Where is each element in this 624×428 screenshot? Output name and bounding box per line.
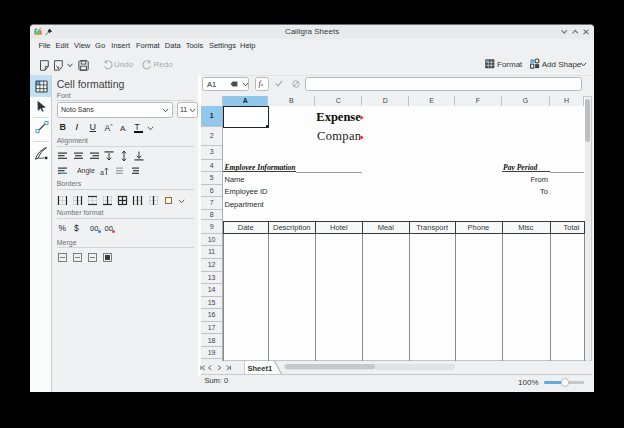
svg-text:a: a bbox=[100, 168, 104, 175]
